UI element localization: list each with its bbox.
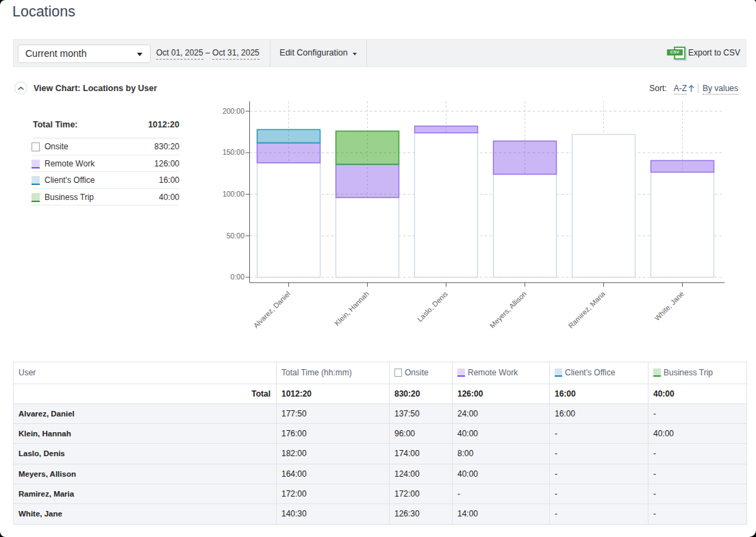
svg-text:White, Jane: White, Jane [653,290,685,323]
svg-text:Laslo, Denis: Laslo, Denis [416,290,449,323]
svg-text:Ramirez, Maria: Ramirez, Maria [566,290,607,330]
svg-text:0:00: 0:00 [231,273,245,281]
svg-text:100:00: 100:00 [223,190,244,198]
svg-text:50:00: 50:00 [227,232,244,240]
svg-text:200:00: 200:00 [223,107,244,115]
svg-text:Klein, Hannah: Klein, Hannah [333,290,370,327]
svg-text:150:00: 150:00 [223,148,244,156]
svg-text:Alvarez, Daniel: Alvarez, Daniel [251,290,291,329]
svg-text:Meyers, Allison: Meyers, Allison [488,290,529,330]
